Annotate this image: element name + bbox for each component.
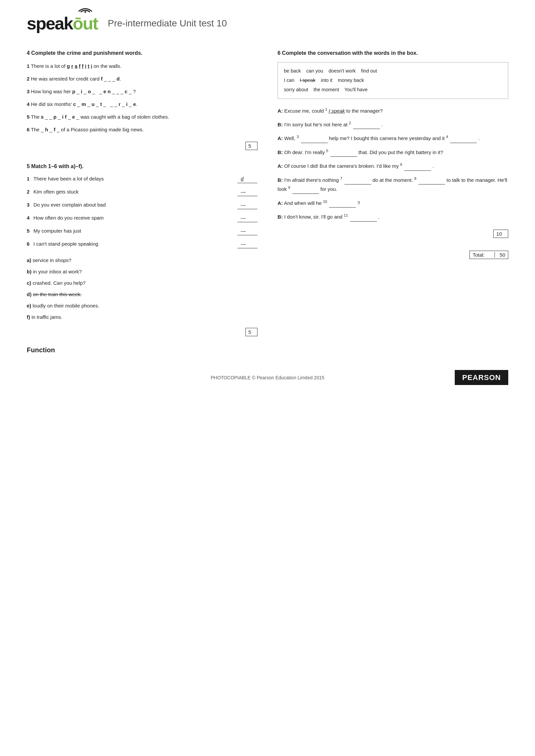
dialogue-a1-blank: I speak [329, 108, 345, 114]
ex6-box-row3: sorry about the moment You'll have [284, 85, 502, 94]
dialogue-a2: A: Well, 3 help me? I bought this camera… [278, 134, 508, 143]
right-column: 6 Complete the conversation with the wor… [278, 50, 508, 357]
dialogue-b2: B: Oh dear. I'm really 5 that. Did you p… [278, 148, 508, 157]
exercise-6: 6 Complete the conversation with the wor… [278, 50, 508, 259]
svg-point-0 [84, 11, 86, 13]
ex5-title: 5 Match 1–6 with a)–f). [27, 163, 257, 169]
dialogue-b1-speaker: B: [278, 122, 283, 127]
opt-d-strikethrough: on the train this week. [33, 291, 82, 297]
sup7: 7 [340, 176, 342, 180]
dialogue-a3: A: Of course I did! But the camera's bro… [278, 161, 508, 171]
ex5-item5-text: My computer has just [33, 227, 237, 235]
dialogue-a3-blank [404, 162, 431, 171]
opt-a-letter: a) [27, 257, 31, 263]
logo-out: ōut [73, 14, 98, 33]
sup3: 3 [297, 135, 299, 139]
sup10: 10 [323, 200, 327, 204]
ex6-num: 6 [278, 50, 281, 56]
sup1: 1 [325, 107, 327, 111]
header-title: Pre-intermediate Unit test 10 [108, 18, 227, 29]
ex5-item2-text: Kim often gets stuck [33, 188, 237, 196]
ex4-item2-word: f _ _ _ d [101, 76, 120, 82]
ex5-item1-num: 1 [27, 175, 33, 183]
opt-b-text: in your inbox at work? [33, 269, 82, 274]
ex6-box-ispeak: I speak [300, 78, 316, 83]
ex4-item5-num: 5 [27, 114, 29, 120]
page: speakōut Pre-intermediate Unit test 10 4… [0, 0, 535, 756]
ex5-item6-text: I can't stand people speaking [33, 240, 237, 248]
sup11: 11 [344, 213, 348, 217]
ex5-num: 5 [27, 163, 30, 169]
ex5-score-box: 5 [245, 328, 257, 336]
ex5-item4-text: How often do you receive spam [33, 214, 237, 222]
dialogue-b3-blank1 [344, 176, 371, 185]
ex6-score-box: 10 [493, 230, 508, 238]
ex4-item5-word: s _ _ p _ i f _ e _ [41, 114, 79, 120]
opt-d: d) on the train this week. [27, 290, 257, 298]
sup5: 5 [326, 149, 328, 153]
sup2: 2 [349, 121, 351, 125]
ex4-item6-num: 6 [27, 127, 29, 132]
dialogue-b3-speaker: B: [278, 177, 283, 183]
opt-a: a) service in shops? [27, 256, 257, 264]
wifi-hat-icon [77, 7, 93, 13]
ex5-score-wrap: 5 [27, 325, 257, 336]
logo: speakōut [27, 13, 98, 33]
ex4-item2-num: 2 [27, 76, 29, 82]
exercise-4: 4 Complete the crime and punishment word… [27, 50, 257, 150]
dialogue: A: Excuse me, could 1 I speak to the man… [278, 106, 508, 222]
dialogue-b1-blank [353, 120, 380, 129]
opt-c-letter: c) [27, 280, 31, 286]
ex5-item2-answer: — [237, 188, 257, 196]
dialogue-b2-speaker: B: [278, 149, 283, 155]
dialogue-a3-speaker: A: [278, 163, 283, 169]
ex6-title: 6 Complete the conversation with the wor… [278, 50, 508, 56]
dialogue-b3: B: I'm afraid there's nothing 7 do at th… [278, 175, 508, 194]
function-heading: Function [27, 346, 257, 354]
ex5-item2-num: 2 [27, 188, 33, 196]
dialogue-a1-speaker: A: [278, 108, 283, 114]
dialogue-a2-blank1 [301, 134, 328, 143]
ex5-item6-num: 6 [27, 240, 33, 248]
ex4-item1-word: g r a f f i t i [67, 63, 94, 69]
dialogue-b4-blank [350, 213, 377, 222]
dialogue-a4: A: And when will he 10 ? [278, 199, 508, 208]
dialogue-a2-speaker: A: [278, 135, 283, 141]
ex5-item-6: 6 I can't stand people speaking — [27, 240, 257, 248]
ex4-item-4: 4 He did six months' c _ m _ u _ t _ _ _… [27, 100, 257, 108]
ex5-item3-text: Do you ever complain about bad [33, 201, 237, 209]
ex5-item-4: 4 How often do you receive spam — [27, 214, 257, 222]
dialogue-a4-blank [329, 199, 356, 208]
ex4-item-6: 6 The _ h _ f _ of a Picasso painting ma… [27, 126, 257, 134]
ex5-item-1: 1 There have been a lot of delays d [27, 175, 257, 183]
ex4-score-box: 5 [245, 142, 257, 150]
ex5-item-2: 2 Kim often gets stuck — [27, 188, 257, 196]
dialogue-b4: B: I don't know, sir. I'll go and 11 . [278, 212, 508, 222]
ex5-item5-answer: — [237, 227, 257, 235]
dialogue-b1: B: I'm sorry but he's not here at 2 . [278, 120, 508, 129]
footer-copyright: PHOTOCOPIABLE © Pearson Education Limite… [187, 375, 348, 380]
dialogue-b3-blank2 [418, 176, 445, 185]
ex4-num: 4 [27, 50, 30, 56]
opt-c-text: crashed. Can you help? [33, 280, 86, 286]
ex5-item4-num: 4 [27, 214, 33, 222]
exercise-5: 5 Match 1–6 with a)–f). 1 There have bee… [27, 163, 257, 336]
left-column: 4 Complete the crime and punishment word… [27, 50, 257, 357]
opt-c: c) crashed. Can you help? [27, 279, 257, 287]
ex6-box-row2: I can I speak into it money back [284, 76, 502, 85]
total-label: Total: [472, 252, 485, 258]
opt-e: e) loudly on their mobile phones. [27, 302, 257, 310]
logo-hat: ōut [73, 13, 98, 33]
ex5-item3-num: 3 [27, 201, 33, 209]
main-content: 4 Complete the crime and punishment word… [27, 50, 508, 357]
ex4-item-2: 2 He was arrested for credit card f _ _ … [27, 75, 257, 83]
ex4-item4-num: 4 [27, 101, 29, 107]
ex4-item3-word: p _ i _ o _ _ e n _ _ _ c _ [72, 89, 132, 94]
opt-f: f) in traffic jams. [27, 313, 257, 321]
sup4: 4 [446, 135, 448, 139]
sup9: 9 [288, 185, 290, 190]
ex5-item-3: 3 Do you ever complain about bad — [27, 201, 257, 209]
answer-options: a) service in shops? b) in your inbox at… [27, 256, 257, 321]
dialogue-b3-blank3 [292, 185, 319, 194]
opt-e-letter: e) [27, 303, 31, 308]
